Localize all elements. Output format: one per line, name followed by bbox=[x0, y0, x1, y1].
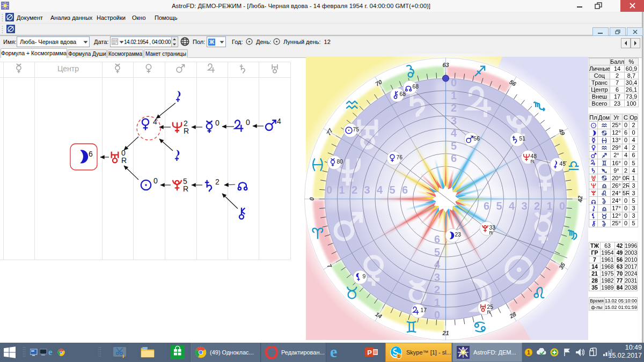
svg-text:2: 2 bbox=[451, 102, 457, 114]
svg-text:1: 1 bbox=[527, 350, 530, 356]
svg-text:0: 0 bbox=[451, 77, 457, 88]
svg-text:21: 21 bbox=[442, 330, 449, 336]
svg-text:4: 4 bbox=[277, 117, 281, 125]
svg-text:1: 1 bbox=[434, 297, 440, 308]
svg-text:0: 0 bbox=[326, 184, 332, 196]
svg-text:4: 4 bbox=[153, 117, 157, 126]
svg-text:6: 6 bbox=[434, 233, 440, 245]
svg-text:23: 23 bbox=[455, 231, 462, 238]
svg-text:6: 6 bbox=[89, 150, 93, 158]
svg-text:63: 63 bbox=[442, 62, 449, 68]
svg-text:4: 4 bbox=[509, 200, 515, 212]
svg-text:68: 68 bbox=[413, 83, 419, 90]
svg-text:Ж: Ж bbox=[209, 39, 215, 45]
svg-text:3: 3 bbox=[434, 271, 440, 283]
svg-text:0: 0 bbox=[246, 118, 250, 127]
svg-text:75: 75 bbox=[353, 126, 360, 132]
svg-text:1: 1 bbox=[398, 354, 400, 358]
svg-text:1: 1 bbox=[339, 184, 345, 196]
svg-text:0: 0 bbox=[434, 309, 440, 321]
svg-text:5: 5 bbox=[451, 140, 457, 152]
svg-text:6: 6 bbox=[484, 200, 489, 212]
svg-text:5: 5 bbox=[496, 200, 502, 212]
svg-text:R: R bbox=[184, 127, 189, 135]
svg-text:1: 1 bbox=[546, 200, 552, 212]
svg-text:3: 3 bbox=[364, 184, 370, 196]
svg-text:0: 0 bbox=[559, 200, 565, 212]
svg-text:3: 3 bbox=[521, 200, 527, 212]
svg-text:42: 42 bbox=[577, 196, 583, 203]
svg-text:76: 76 bbox=[397, 154, 403, 160]
svg-text:0: 0 bbox=[153, 176, 158, 185]
svg-text:4: 4 bbox=[377, 184, 383, 196]
svg-text:1: 1 bbox=[451, 90, 457, 101]
svg-text:R: R bbox=[183, 184, 188, 193]
svg-text:80: 80 bbox=[337, 158, 343, 165]
svg-text:R: R bbox=[489, 230, 493, 235]
svg-text:R: R bbox=[121, 156, 127, 165]
svg-text:6: 6 bbox=[402, 184, 408, 196]
svg-text:P: P bbox=[367, 349, 372, 357]
svg-text:R: R bbox=[531, 158, 535, 164]
svg-text:Центр: Центр bbox=[57, 64, 79, 73]
svg-text:0: 0 bbox=[215, 119, 219, 127]
svg-text:17: 17 bbox=[421, 307, 427, 313]
svg-text:0: 0 bbox=[309, 197, 315, 201]
svg-text:4: 4 bbox=[451, 127, 457, 139]
svg-text:2: 2 bbox=[534, 200, 540, 212]
svg-text:5: 5 bbox=[434, 246, 440, 258]
svg-text:6: 6 bbox=[451, 152, 457, 164]
svg-text:51: 51 bbox=[519, 135, 526, 142]
svg-text:9: 9 bbox=[363, 273, 366, 279]
svg-text:56: 56 bbox=[474, 135, 480, 142]
svg-text:45: 45 bbox=[560, 160, 566, 167]
svg-text:R: R bbox=[487, 309, 491, 315]
svg-text:2: 2 bbox=[215, 178, 219, 186]
svg-text:2: 2 bbox=[352, 184, 357, 196]
svg-text:5: 5 bbox=[389, 184, 395, 196]
svg-text:2: 2 bbox=[434, 284, 440, 295]
